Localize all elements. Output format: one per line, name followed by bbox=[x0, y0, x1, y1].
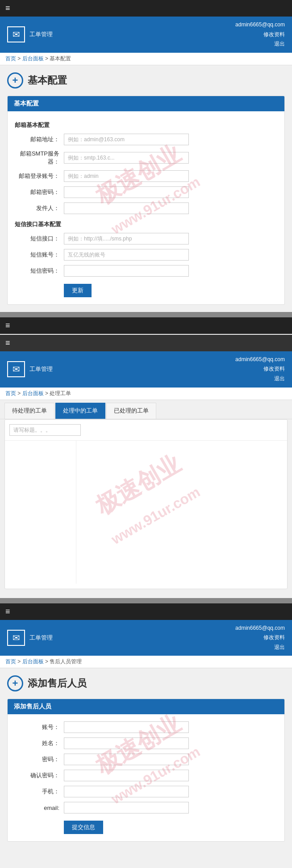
circle-plus-3: + bbox=[7, 675, 23, 691]
input-sms-2[interactable] bbox=[64, 265, 189, 277]
label-staff-1: 姓名： bbox=[15, 739, 64, 747]
input-staff-4[interactable] bbox=[64, 786, 189, 797]
breadcrumb-dashboard-3[interactable]: 后台面板 bbox=[22, 658, 44, 665]
form-row-email-0: 邮箱地址： bbox=[15, 134, 277, 145]
input-email-3[interactable] bbox=[64, 186, 189, 198]
form-row-sms-0: 短信接口： bbox=[15, 233, 277, 244]
card-header-1: 基本配置 bbox=[8, 96, 284, 111]
ticket-list-area bbox=[5, 441, 287, 584]
breadcrumb-dashboard-1[interactable]: 后台面板 bbox=[22, 55, 44, 62]
label-staff-4: 手机： bbox=[15, 788, 64, 796]
label-staff-0: 账号： bbox=[15, 723, 64, 731]
ticket-left-panel bbox=[5, 441, 76, 584]
breadcrumb-current-1: 基本配置 bbox=[50, 55, 71, 62]
breadcrumb-home-1[interactable]: 首页 bbox=[5, 55, 16, 62]
tab-processed[interactable]: 已处理的工单 bbox=[106, 403, 156, 419]
label-email-2: 邮箱登录账号： bbox=[15, 172, 64, 180]
edit-profile-1[interactable]: 修改资料 bbox=[235, 30, 285, 40]
form-row-email-3: 邮箱密码： bbox=[15, 186, 277, 198]
top-nav-2b: ≡ bbox=[0, 335, 292, 351]
header-left-1: ✉ 工单管理 bbox=[7, 26, 53, 42]
update-button-1[interactable]: 更新 bbox=[64, 284, 92, 297]
section-separator-2 bbox=[0, 598, 292, 603]
label-sms-2: 短信密码： bbox=[15, 267, 64, 275]
hamburger-icon-1[interactable]: ≡ bbox=[5, 4, 10, 13]
hamburger-icon-3[interactable]: ≡ bbox=[5, 607, 10, 616]
form-row-email-4: 发件人： bbox=[15, 202, 277, 214]
header-left-2: ✉ 工单管理 bbox=[7, 361, 53, 377]
form-row-staff-0: 账号： bbox=[15, 721, 277, 733]
input-staff-0[interactable] bbox=[64, 721, 189, 733]
card-body-3: 账号： 姓名： 密码： 确认密码： 手机： email: bbox=[8, 714, 284, 841]
submit-staff-button[interactable]: 提交信息 bbox=[64, 821, 103, 834]
search-row bbox=[5, 420, 287, 441]
input-email-4[interactable] bbox=[64, 202, 189, 214]
input-staff-3[interactable] bbox=[64, 770, 189, 781]
breadcrumb-2: 首页 > 后台面板 > 处理工单 bbox=[0, 388, 292, 400]
breadcrumb-home-3[interactable]: 首页 bbox=[5, 658, 16, 665]
top-nav-2a: ≡ bbox=[0, 317, 292, 334]
breadcrumb-dashboard-2[interactable]: 后台面板 bbox=[22, 390, 44, 396]
section-separator-1 bbox=[0, 312, 292, 317]
card-header-3: 添加售后人员 bbox=[8, 699, 284, 714]
header-right-1: admin6665@qq.com 修改资料 退出 bbox=[235, 20, 285, 49]
ticket-detail-panel bbox=[76, 441, 287, 584]
ticket-section: 待处理的工单 处理中的工单 已处理的工单 极速创业www.91ur.com bbox=[0, 400, 292, 598]
circle-plus-1: + bbox=[7, 72, 23, 88]
breadcrumb-home-2[interactable]: 首页 bbox=[5, 390, 16, 396]
tab-processing[interactable]: 处理中的工单 bbox=[55, 403, 105, 419]
form-row-staff-4: 手机： bbox=[15, 786, 277, 797]
ticket-search-input[interactable] bbox=[9, 424, 81, 436]
input-staff-5[interactable] bbox=[64, 802, 189, 813]
label-staff-2: 密码： bbox=[15, 755, 64, 763]
logout-1[interactable]: 退出 bbox=[235, 39, 285, 49]
edit-profile-2[interactable]: 修改资料 bbox=[235, 364, 285, 374]
header-right-2: admin6665@qq.com 修改资料 退出 bbox=[235, 355, 285, 384]
user-email-1[interactable]: admin6665@qq.com bbox=[235, 20, 285, 30]
form-row-staff-1: 姓名： bbox=[15, 737, 277, 749]
add-staff-card: 添加售后人员 账号： 姓名： 密码： 确认密码： 手机： bbox=[7, 699, 285, 842]
header-bar-2: ✉ 工单管理 admin6665@qq.com 修改资料 退出 bbox=[0, 351, 292, 388]
mail-icon-3: ✉ bbox=[7, 630, 25, 646]
logout-2[interactable]: 退出 bbox=[235, 374, 285, 384]
label-sms-1: 短信账号： bbox=[15, 251, 64, 259]
basic-config-card: 基本配置 邮箱基本配置 邮箱地址： 邮箱SMTP服务器： 邮箱登录账号： 邮箱密… bbox=[7, 96, 285, 305]
mail-icon-2: ✉ bbox=[7, 361, 25, 377]
logout-3[interactable]: 退出 bbox=[235, 643, 285, 653]
form-row-sms-1: 短信账号： bbox=[15, 249, 277, 261]
top-nav-3: ≡ bbox=[0, 603, 292, 620]
hamburger-icon-2a[interactable]: ≡ bbox=[5, 321, 10, 330]
hamburger-icon-2b[interactable]: ≡ bbox=[5, 338, 10, 348]
page-title-row-3: + 添加售后人员 bbox=[7, 675, 285, 691]
user-email-3[interactable]: admin6665@qq.com bbox=[235, 624, 285, 633]
edit-profile-3[interactable]: 修改资料 bbox=[235, 633, 285, 643]
form-row-staff-2: 密码： bbox=[15, 754, 277, 765]
tab-pending[interactable]: 待处理的工单 bbox=[4, 403, 54, 419]
breadcrumb-1: 首页 > 后台面板 > 基本配置 bbox=[0, 53, 292, 65]
label-email-1: 邮箱SMTP服务器： bbox=[15, 150, 64, 166]
header-left-3: ✉ 工单管理 bbox=[7, 630, 53, 646]
form-row-email-2: 邮箱登录账号： bbox=[15, 170, 277, 182]
email-section-title: 邮箱基本配置 bbox=[15, 121, 277, 129]
label-email-3: 邮箱密码： bbox=[15, 188, 64, 196]
input-sms-0[interactable] bbox=[64, 233, 189, 244]
header-title-1: 工单管理 bbox=[29, 30, 53, 38]
breadcrumb-3: 首页 > 后台面板 > 售后人员管理 bbox=[0, 656, 292, 668]
input-email-0[interactable] bbox=[64, 134, 189, 145]
header-title-3: 工单管理 bbox=[29, 634, 53, 642]
input-staff-1[interactable] bbox=[64, 737, 189, 749]
page-title-1: 基本配置 bbox=[28, 74, 67, 87]
breadcrumb-current-3: 售后人员管理 bbox=[50, 658, 82, 665]
input-staff-2[interactable] bbox=[64, 754, 189, 765]
form-row-email-1: 邮箱SMTP服务器： bbox=[15, 150, 277, 166]
label-staff-5: email: bbox=[15, 805, 64, 811]
breadcrumb-current-2: 处理工单 bbox=[50, 390, 71, 396]
input-email-1[interactable] bbox=[64, 152, 189, 164]
form-row-staff-3: 确认密码： bbox=[15, 770, 277, 781]
input-sms-1[interactable] bbox=[64, 249, 189, 261]
input-email-2[interactable] bbox=[64, 170, 189, 182]
form-row-sms-2: 短信密码： bbox=[15, 265, 277, 277]
user-email-2[interactable]: admin6665@qq.com bbox=[235, 355, 285, 365]
form-row-staff-5: email: bbox=[15, 802, 277, 813]
header-title-2: 工单管理 bbox=[29, 365, 53, 373]
